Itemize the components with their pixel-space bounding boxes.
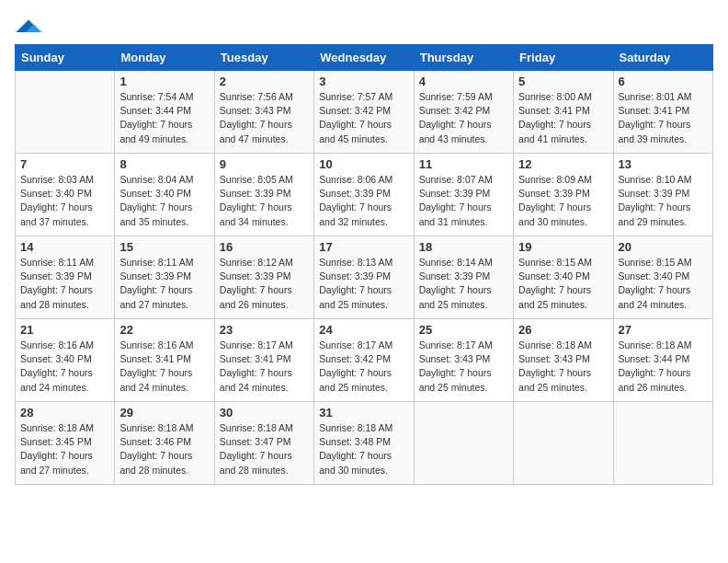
day-info: Sunrise: 8:07 AMSunset: 3:39 PMDaylight:… xyxy=(419,173,508,229)
day-info: Sunrise: 7:59 AMSunset: 3:42 PMDaylight:… xyxy=(419,90,508,146)
calendar-cell: 24Sunrise: 8:17 AMSunset: 3:42 PMDayligh… xyxy=(314,319,414,402)
calendar-cell: 15Sunrise: 8:11 AMSunset: 3:39 PMDayligh… xyxy=(115,236,214,319)
day-number: 16 xyxy=(220,240,309,254)
day-info: Sunrise: 8:15 AMSunset: 3:40 PMDaylight:… xyxy=(518,256,608,312)
day-header-monday: Monday xyxy=(115,45,214,71)
day-info: Sunrise: 8:16 AMSunset: 3:40 PMDaylight:… xyxy=(20,339,109,395)
calendar-cell: 9Sunrise: 8:05 AMSunset: 3:39 PMDaylight… xyxy=(214,154,313,236)
day-number: 10 xyxy=(319,157,408,171)
day-number: 3 xyxy=(319,75,408,88)
day-number: 31 xyxy=(319,406,408,419)
day-info: Sunrise: 8:09 AMSunset: 3:39 PMDaylight:… xyxy=(518,173,608,229)
day-number: 15 xyxy=(119,240,209,254)
day-info: Sunrise: 8:11 AMSunset: 3:39 PMDaylight:… xyxy=(119,256,209,312)
day-info: Sunrise: 8:14 AMSunset: 3:39 PMDaylight:… xyxy=(419,256,508,312)
day-header-saturday: Saturday xyxy=(613,45,712,71)
day-info: Sunrise: 8:17 AMSunset: 3:43 PMDaylight:… xyxy=(419,339,508,395)
calendar-cell: 6Sunrise: 8:01 AMSunset: 3:41 PMDaylight… xyxy=(613,71,712,154)
calendar-cell: 22Sunrise: 8:16 AMSunset: 3:41 PMDayligh… xyxy=(115,319,214,402)
logo-icon xyxy=(15,18,42,35)
day-number: 20 xyxy=(619,240,708,254)
day-number: 21 xyxy=(20,323,109,337)
day-info: Sunrise: 8:06 AMSunset: 3:39 PMDaylight:… xyxy=(319,173,408,229)
calendar-cell: 13Sunrise: 8:10 AMSunset: 3:39 PMDayligh… xyxy=(613,154,712,236)
day-number: 28 xyxy=(20,406,109,419)
calendar-cell: 3Sunrise: 7:57 AMSunset: 3:42 PMDaylight… xyxy=(314,71,414,154)
calendar-cell: 20Sunrise: 8:15 AMSunset: 3:40 PMDayligh… xyxy=(613,236,712,319)
day-info: Sunrise: 8:18 AMSunset: 3:43 PMDaylight:… xyxy=(518,339,608,395)
day-info: Sunrise: 8:18 AMSunset: 3:47 PMDaylight:… xyxy=(220,421,309,477)
day-header-sunday: Sunday xyxy=(16,45,115,71)
day-number: 14 xyxy=(20,240,109,254)
week-row-0: 1Sunrise: 7:54 AMSunset: 3:44 PMDaylight… xyxy=(16,71,713,154)
day-info: Sunrise: 8:12 AMSunset: 3:39 PMDaylight:… xyxy=(220,256,309,312)
day-number: 5 xyxy=(518,75,608,88)
calendar-cell: 4Sunrise: 7:59 AMSunset: 3:42 PMDaylight… xyxy=(414,71,513,154)
day-info: Sunrise: 8:00 AMSunset: 3:41 PMDaylight:… xyxy=(518,90,608,146)
calendar-table: SundayMondayTuesdayWednesdayThursdayFrid… xyxy=(15,44,713,485)
day-number: 2 xyxy=(220,75,309,88)
calendar-cell: 5Sunrise: 8:00 AMSunset: 3:41 PMDaylight… xyxy=(514,71,613,154)
calendar-cell: 26Sunrise: 8:18 AMSunset: 3:43 PMDayligh… xyxy=(514,319,613,402)
day-header-thursday: Thursday xyxy=(414,45,513,71)
calendar-cell: 17Sunrise: 8:13 AMSunset: 3:39 PMDayligh… xyxy=(314,236,414,319)
day-number: 6 xyxy=(619,75,708,88)
calendar-cell: 27Sunrise: 8:18 AMSunset: 3:44 PMDayligh… xyxy=(613,319,712,402)
week-row-1: 7Sunrise: 8:03 AMSunset: 3:40 PMDaylight… xyxy=(16,154,713,236)
day-info: Sunrise: 7:54 AMSunset: 3:44 PMDaylight:… xyxy=(119,90,209,146)
day-number: 9 xyxy=(220,157,309,171)
day-number: 1 xyxy=(119,75,209,88)
calendar-cell: 11Sunrise: 8:07 AMSunset: 3:39 PMDayligh… xyxy=(414,154,513,236)
logo xyxy=(15,18,46,35)
calendar-cell: 12Sunrise: 8:09 AMSunset: 3:39 PMDayligh… xyxy=(514,154,613,236)
calendar-cell: 25Sunrise: 8:17 AMSunset: 3:43 PMDayligh… xyxy=(414,319,513,402)
day-number: 19 xyxy=(518,240,608,254)
day-number: 7 xyxy=(20,157,109,171)
day-number: 12 xyxy=(518,157,608,171)
day-info: Sunrise: 8:16 AMSunset: 3:41 PMDaylight:… xyxy=(119,339,209,395)
calendar-cell: 18Sunrise: 8:14 AMSunset: 3:39 PMDayligh… xyxy=(414,236,513,319)
calendar-cell: 28Sunrise: 8:18 AMSunset: 3:45 PMDayligh… xyxy=(16,402,115,485)
calendar-cell: 30Sunrise: 8:18 AMSunset: 3:47 PMDayligh… xyxy=(214,402,313,485)
calendar-cell: 29Sunrise: 8:18 AMSunset: 3:46 PMDayligh… xyxy=(115,402,214,485)
calendar-cell: 8Sunrise: 8:04 AMSunset: 3:40 PMDaylight… xyxy=(115,154,214,236)
day-info: Sunrise: 7:56 AMSunset: 3:43 PMDaylight:… xyxy=(220,90,309,146)
day-number: 8 xyxy=(119,157,209,171)
day-number: 29 xyxy=(119,406,209,419)
calendar-cell xyxy=(414,402,513,485)
day-number: 26 xyxy=(518,323,608,337)
week-row-3: 21Sunrise: 8:16 AMSunset: 3:40 PMDayligh… xyxy=(16,319,713,402)
day-number: 13 xyxy=(619,157,708,171)
calendar-cell: 10Sunrise: 8:06 AMSunset: 3:39 PMDayligh… xyxy=(314,154,414,236)
day-info: Sunrise: 8:18 AMSunset: 3:46 PMDaylight:… xyxy=(119,421,209,477)
day-info: Sunrise: 8:17 AMSunset: 3:42 PMDaylight:… xyxy=(319,339,408,395)
calendar-cell: 7Sunrise: 8:03 AMSunset: 3:40 PMDaylight… xyxy=(16,154,115,236)
day-header-tuesday: Tuesday xyxy=(214,45,313,71)
day-number: 24 xyxy=(319,323,408,337)
calendar-cell xyxy=(613,402,712,485)
day-number: 18 xyxy=(419,240,508,254)
calendar-cell: 31Sunrise: 8:18 AMSunset: 3:48 PMDayligh… xyxy=(314,402,414,485)
day-number: 27 xyxy=(619,323,708,337)
day-info: Sunrise: 8:18 AMSunset: 3:48 PMDaylight:… xyxy=(319,421,408,477)
week-row-2: 14Sunrise: 8:11 AMSunset: 3:39 PMDayligh… xyxy=(16,236,713,319)
day-info: Sunrise: 8:10 AMSunset: 3:39 PMDaylight:… xyxy=(619,173,708,229)
day-info: Sunrise: 8:01 AMSunset: 3:41 PMDaylight:… xyxy=(619,90,708,146)
day-number: 30 xyxy=(220,406,309,419)
calendar-cell: 19Sunrise: 8:15 AMSunset: 3:40 PMDayligh… xyxy=(514,236,613,319)
calendar-cell xyxy=(16,71,115,154)
day-number: 25 xyxy=(419,323,508,337)
page-header xyxy=(15,15,713,35)
day-info: Sunrise: 8:13 AMSunset: 3:39 PMDaylight:… xyxy=(319,256,408,312)
calendar-cell: 21Sunrise: 8:16 AMSunset: 3:40 PMDayligh… xyxy=(16,319,115,402)
day-info: Sunrise: 8:05 AMSunset: 3:39 PMDaylight:… xyxy=(220,173,309,229)
day-number: 22 xyxy=(119,323,209,337)
day-info: Sunrise: 8:03 AMSunset: 3:40 PMDaylight:… xyxy=(20,173,109,229)
calendar-cell xyxy=(514,402,613,485)
week-row-4: 28Sunrise: 8:18 AMSunset: 3:45 PMDayligh… xyxy=(16,402,713,485)
day-number: 11 xyxy=(419,157,508,171)
day-info: Sunrise: 7:57 AMSunset: 3:42 PMDaylight:… xyxy=(319,90,408,146)
calendar-cell: 16Sunrise: 8:12 AMSunset: 3:39 PMDayligh… xyxy=(214,236,313,319)
day-header-wednesday: Wednesday xyxy=(314,45,414,71)
day-header-friday: Friday xyxy=(514,45,613,71)
